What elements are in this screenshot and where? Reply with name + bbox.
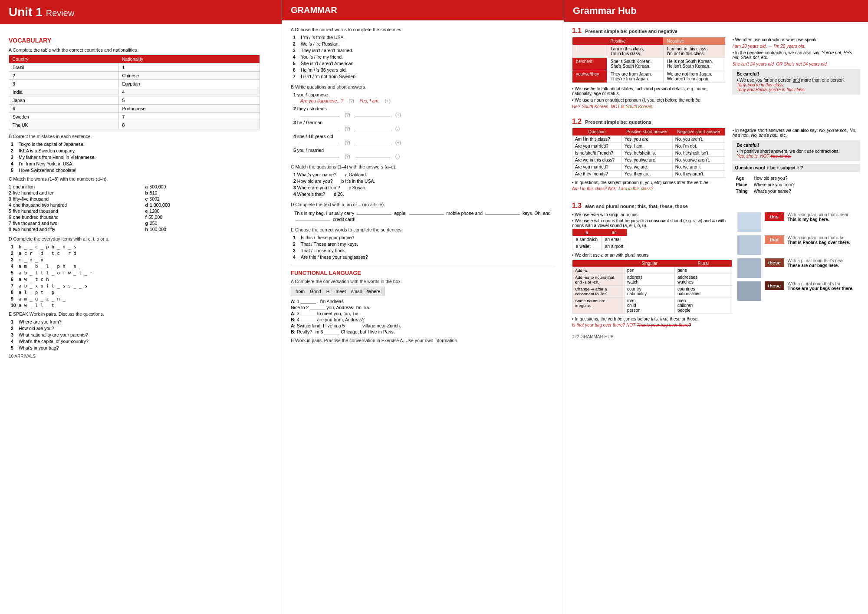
positive-cell: I am in this class.I'm in this class. — [607, 45, 664, 58]
grammar-e-section: E Choose the correct words to complete t… — [291, 227, 555, 260]
sentences-b-list: 1Tokyo is the capital of Japanese.2IKEA … — [9, 142, 273, 173]
question-cell: Are you married? — [572, 143, 622, 150]
country-cell: 2 — [9, 72, 119, 80]
plural-cell: countriesnationalities — [674, 286, 732, 297]
col-rule — [572, 260, 625, 267]
be-careful-1-1: Be careful! • We use you for one person … — [732, 69, 860, 95]
list-item: 5five hundred thousand — [9, 208, 137, 214]
grammar-c-item: 3 Where are you from?c Susan. — [291, 185, 555, 190]
left-header: Unit 1 Review — [0, 0, 282, 24]
section-1-3-left: • We use a/an with singular nouns. • We … — [572, 212, 732, 327]
plural-cell: menchildrenpeople — [674, 297, 732, 314]
list-item: 1Where are you from? — [11, 319, 273, 324]
list-item: 8a l _ p t _ p — [11, 290, 273, 295]
table-row: Add -es to nouns that end -s or -ch. add… — [572, 274, 732, 286]
left-content: VOCABULARY A Complete the table with the… — [0, 24, 282, 370]
q-word-cell: Age — [733, 175, 750, 181]
grammar-instr-b: B Write questions and short answers. — [291, 84, 555, 89]
section-1-2-right: • In negative short answers we can also … — [732, 128, 860, 195]
rule-cell: Add -s. — [572, 267, 625, 274]
col-plural: Plural — [674, 260, 732, 267]
unit-number: Unit 1 — [9, 5, 43, 19]
grammar-b-section: B Write questions and short answers. 1 y… — [291, 84, 555, 159]
list-item: 5She isn't / aren't American. — [293, 61, 555, 66]
list-item: 3What nationality are your parents? — [11, 332, 273, 337]
pronoun-cell: he/she/it — [572, 58, 607, 70]
list-item: 2How old are you? — [11, 326, 273, 331]
nationality-cell: 8 — [118, 121, 260, 129]
list-item: 2That / Those aren't my keys. — [293, 241, 555, 247]
list-item: 3m _ n _ y — [11, 257, 273, 262]
list-item: 4a m _ b _ l _ p h _ n _ — [11, 264, 273, 269]
word-fills-list: 1h _ _ c _ p h _ n _ s2a c r _ d _ t c _… — [9, 244, 273, 308]
this-that-label: these — [765, 258, 784, 267]
grammar-b-item: 2 they / students (?) (+) — [291, 106, 555, 117]
grammar-d-text: This is my bag. I usually carry apple, m… — [291, 210, 555, 222]
rule-1-3-4: • In questions, the verb be comes before… — [572, 317, 732, 321]
section-1-2: 1.2 Present simple be: questions Questio… — [572, 118, 860, 195]
right-content: 1.1 Present simple be: positive and nega… — [564, 22, 868, 344]
q-word-cell: Place — [733, 182, 750, 188]
rule-1-1-2: • We use a noun or subject pronoun (I, y… — [572, 98, 725, 102]
rule-1-3-1: • We use a/an with singular nouns. — [572, 212, 732, 217]
vocab-instr-e: E SPEAK Work in pairs. Discuss the quest… — [9, 311, 273, 317]
nationality-cell: 1 — [118, 63, 260, 72]
pos-answer-cell: Yes, you/we are. — [621, 157, 672, 164]
grammar-b-item: 5 you / married (?) (-) — [291, 148, 555, 159]
this-that-desc: With a singular noun that's near — [788, 212, 848, 217]
table-row: Some nouns are irregular. manchildperson… — [572, 297, 732, 314]
negative-cell: He is not South Korean.He isn't South Ko… — [663, 58, 725, 70]
col-a: a — [572, 229, 602, 236]
hub-num-1-1: 1.1 — [572, 27, 582, 35]
table-row: he/she/it She is South Korean.She's Sout… — [572, 58, 725, 70]
list-item: 6a w _ t c h — [11, 277, 273, 282]
section-1-2-table: Question Positive short answer Negative … — [572, 128, 725, 178]
grammar-b-item: 4 she / 18 years old (?) (+) — [291, 134, 555, 145]
questions-e-list: 1Where are you from?2How old are you?3Wh… — [9, 319, 273, 350]
question-cell: Are we in this class? — [572, 157, 622, 164]
pos-answer-cell: Yes, we are. — [621, 164, 672, 171]
grammar-instr-c: C Match the questions (1–4) with the ans… — [291, 164, 555, 169]
nationality-cell: Egyptian — [118, 80, 260, 88]
country-cell: The UK — [9, 121, 119, 129]
middle-header: GRAMMAR — [282, 0, 564, 20]
conversation-a: A: 1 ______ . I'm Andreas Nice to 2 ____… — [291, 299, 555, 334]
rule-1-2-1: • In questions, the subject pronoun (I, … — [572, 180, 725, 185]
vocab-instr-a: A Complete the table with the correct co… — [9, 47, 273, 53]
country-cell: 6 — [9, 105, 119, 113]
pos-answer-cell: Yes, you are. — [621, 136, 672, 143]
list-item: 5What's in your bag? — [11, 345, 273, 350]
pos-answer-cell: Yes, I am. — [621, 143, 672, 150]
grammar-instr-e: E Choose the correct words to complete t… — [291, 227, 555, 232]
grammar-b-items: 1 you / Japanese Are you Japanese...? (?… — [291, 92, 555, 159]
col-country: Country — [9, 55, 119, 63]
section-1-3-heading: 1.3 a/an and plural nouns; this, that, t… — [572, 202, 860, 210]
page-num-left: 10 ARRIVALS — [9, 354, 273, 359]
neg-answer-cell: No, he/she/it isn't. — [672, 150, 725, 157]
rule-cell: Change -y after a consonant to -ies. — [572, 286, 625, 297]
q-word-header: Question word + be + subject + ? — [732, 164, 860, 172]
table-row: The UK8 — [9, 121, 260, 129]
conversation-line: B: 4 ______ are you from, Andreas? — [291, 317, 555, 322]
positive-cell: They are from Japan.They're from Japan. — [607, 70, 664, 83]
this-that-image — [737, 258, 761, 278]
list-item: 2a c r _ d _ t c _ r d — [11, 251, 273, 256]
functional-title: FUNCTIONAL LANGUAGE — [291, 270, 555, 276]
rule-1-2-ex: Am I in this class? NOT I am in this cla… — [572, 186, 725, 191]
this-that-image — [737, 235, 761, 255]
table-row: India4 — [9, 88, 260, 96]
q-word-cell: Thing — [733, 188, 750, 194]
singular-cell: manchildperson — [625, 297, 675, 314]
this-that-image — [737, 212, 761, 232]
hub-num-1-3: 1.3 — [572, 202, 582, 210]
col-pos-short: Positive short answer — [621, 128, 672, 136]
col-an: an — [602, 229, 627, 236]
this-that-text: That is Paola's bag over there. — [788, 240, 850, 245]
this-that-desc: With a plural noun that's near — [788, 258, 844, 263]
plural-cell: pens — [674, 267, 732, 274]
list-item: 1h _ _ c _ p h _ n _ s — [11, 244, 273, 249]
question-cell: Are you married? — [572, 164, 622, 171]
rule-cell: Some nouns are irregular. — [572, 297, 625, 314]
list-item: 7five thousand and two — [9, 221, 137, 226]
match-c: 1one million2five hundred and ten3fifty-… — [9, 184, 273, 233]
